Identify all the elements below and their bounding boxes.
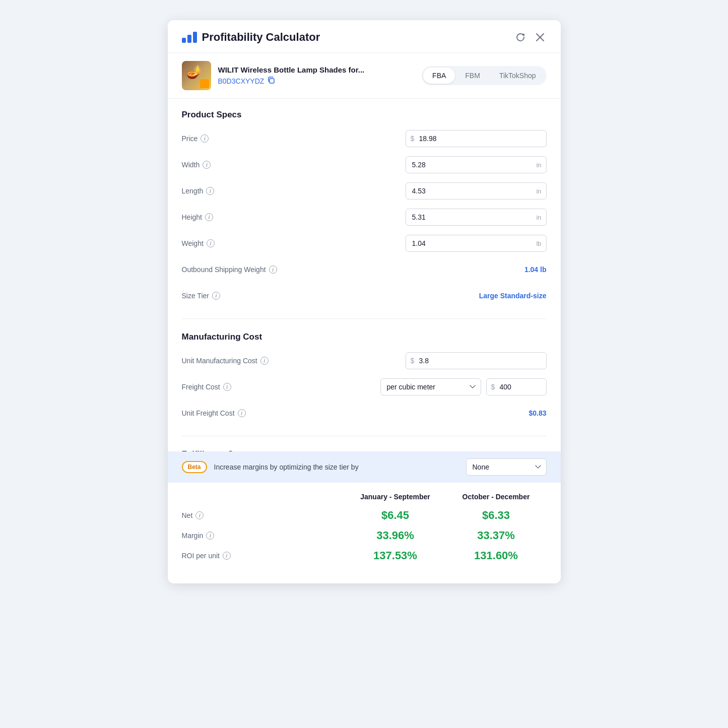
length-input-wrapper: in [406, 182, 547, 200]
roi-help-icon[interactable]: i [223, 552, 231, 560]
freight-cost-row: Freight Cost i per cubic meter per unit … [182, 377, 547, 396]
net-jan-sep-value: $6.45 [345, 509, 446, 522]
net-oct-dec-value: $6.33 [446, 509, 547, 522]
roi-oct-dec-value: 131.60% [446, 549, 547, 562]
width-label: Width i [182, 161, 211, 169]
width-unit: in [536, 161, 541, 169]
width-input-wrapper: in [406, 156, 547, 173]
product-name: WILIT Wireless Bottle Lamp Shades for... [218, 65, 365, 74]
roi-label: ROI per unit i [182, 552, 345, 560]
copy-asin-button[interactable] [267, 76, 275, 86]
width-help-icon[interactable]: i [203, 161, 211, 169]
width-row: Width i in [182, 155, 547, 174]
mfg-currency-symbol: $ [411, 357, 415, 365]
height-help-icon[interactable]: i [205, 213, 213, 221]
freight-type-select[interactable]: per cubic meter per unit flat rate [380, 378, 481, 395]
outbound-shipping-help-icon[interactable]: i [269, 266, 277, 274]
window-title: Profitability Calculator [202, 31, 320, 44]
width-input[interactable] [406, 156, 547, 173]
asin: B0D3CXYYDZ [218, 77, 264, 85]
unit-mfg-cost-label: Unit Manufacturing Cost i [182, 357, 269, 365]
length-unit: in [536, 187, 541, 195]
svg-rect-2 [270, 79, 274, 83]
price-help-icon[interactable]: i [201, 135, 209, 143]
length-input[interactable] [406, 182, 547, 200]
header-left: Profitability Calculator [182, 31, 320, 44]
product-specs-section: Product Specs Price i $ Width i [182, 99, 547, 316]
manufacturing-cost-title: Manufacturing Cost [182, 332, 547, 342]
length-help-icon[interactable]: i [206, 187, 214, 195]
unit-mfg-cost-help-icon[interactable]: i [260, 357, 269, 365]
unit-mfg-cost-row: Unit Manufacturing Cost i $ [182, 351, 547, 370]
refresh-button[interactable] [513, 30, 527, 44]
height-unit: in [536, 214, 541, 221]
margin-label: Margin i [182, 532, 345, 540]
product-thumbnail: 🪔 a [182, 61, 211, 90]
outbound-shipping-row: Outbound Shipping Weight i 1.04 lb [182, 260, 547, 279]
size-tier-optimize-select[interactable]: None Small Standard-size Large Standard-… [466, 458, 547, 476]
margin-oct-dec-value: 33.37% [446, 529, 547, 542]
weight-unit: lb [536, 240, 541, 247]
freight-cost-help-icon[interactable]: i [223, 383, 231, 391]
price-input[interactable] [406, 130, 547, 147]
margin-row: Margin i 33.96% 33.37% [182, 529, 547, 542]
size-tier-label: Size Tier i [182, 292, 220, 300]
unit-freight-cost-value: $0.83 [528, 409, 546, 417]
weight-input-wrapper: lb [406, 235, 547, 252]
unit-freight-cost-row: Unit Freight Cost i $0.83 [182, 404, 547, 423]
window-controls [513, 30, 547, 44]
beta-banner: Beta Increase margins by optimizing the … [168, 451, 561, 483]
net-label: Net i [182, 511, 345, 519]
size-tier-help-icon[interactable]: i [212, 292, 220, 300]
beta-text: Increase margins by optimizing the size … [214, 463, 459, 471]
results-col-oct-dec: October - December [446, 493, 547, 501]
manufacturing-cost-section: Manufacturing Cost Unit Manufacturing Co… [182, 321, 547, 434]
height-input[interactable] [406, 209, 547, 226]
close-button[interactable] [534, 31, 547, 44]
price-input-wrapper: $ [406, 130, 547, 147]
price-currency-symbol: $ [411, 135, 415, 143]
window-header: Profitability Calculator [168, 20, 561, 53]
freight-amount-wrapper: $ [486, 378, 547, 395]
net-row: Net i $6.45 $6.33 [182, 509, 547, 522]
height-input-wrapper: in [406, 209, 547, 226]
height-label: Height i [182, 213, 213, 221]
tab-tiktokshop[interactable]: TikTokShop [490, 68, 545, 84]
tab-fbm[interactable]: FBM [456, 68, 489, 84]
product-bar: 🪔 a WILIT Wireless Bottle Lamp Shades fo… [168, 53, 561, 99]
results-header: January - September October - December [182, 493, 547, 501]
outbound-shipping-value: 1.04 lb [524, 266, 547, 274]
fulfillment-cost-section: Fulfillment Cost FBA Fee i Most goods Ap… [182, 438, 547, 451]
weight-row: Weight i lb [182, 234, 547, 253]
app-logo [182, 32, 197, 43]
unit-mfg-cost-input-wrapper: $ [406, 352, 547, 369]
size-tier-row: Size Tier i Large Standard-size [182, 286, 547, 305]
net-help-icon[interactable]: i [195, 511, 204, 519]
content-area: Product Specs Price i $ Width i [168, 99, 561, 451]
margin-help-icon[interactable]: i [206, 532, 214, 540]
roi-row: ROI per unit i 137.53% 131.60% [182, 549, 547, 562]
freight-amount-input[interactable] [486, 378, 547, 395]
length-label: Length i [182, 187, 215, 195]
calculator-window: Profitability Calculator 🪔 [168, 20, 561, 583]
product-details: WILIT Wireless Bottle Lamp Shades for...… [218, 65, 365, 86]
freight-input-group: per cubic meter per unit flat rate $ [380, 378, 547, 395]
weight-label: Weight i [182, 239, 215, 247]
results-col-jan-sep: January - September [345, 493, 446, 501]
price-row: Price i $ [182, 129, 547, 148]
freight-currency-symbol: $ [491, 383, 495, 391]
product-id: B0D3CXYYDZ [218, 76, 365, 86]
unit-freight-cost-label: Unit Freight Cost i [182, 409, 246, 417]
size-tier-value: Large Standard-size [479, 292, 547, 300]
weight-input[interactable] [406, 235, 547, 252]
fulfillment-tabs: FBA FBM TikTokShop [422, 66, 546, 85]
tab-fba[interactable]: FBA [423, 68, 455, 84]
weight-help-icon[interactable]: i [207, 239, 215, 247]
unit-mfg-cost-input[interactable] [406, 352, 547, 369]
product-specs-title: Product Specs [182, 110, 547, 120]
unit-freight-cost-help-icon[interactable]: i [238, 409, 246, 417]
margin-jan-sep-value: 33.96% [345, 529, 446, 542]
length-row: Length i in [182, 181, 547, 201]
beta-badge: Beta [182, 461, 207, 473]
product-info: 🪔 a WILIT Wireless Bottle Lamp Shades fo… [182, 61, 365, 90]
